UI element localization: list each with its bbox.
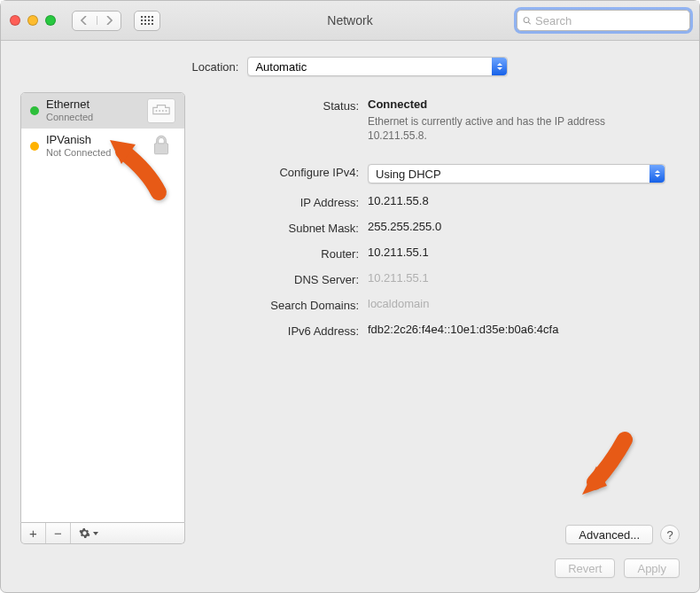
- subnet-mask-label: Subnet Mask:: [199, 220, 359, 235]
- status-description: Ethernet is currently active and has the…: [368, 114, 642, 143]
- search-domains-value: localdomain: [368, 297, 680, 310]
- popup-indicator-icon: [492, 58, 507, 75]
- revert-button[interactable]: Revert: [555, 558, 615, 578]
- body: Location: Automatic Ethernet Connected: [1, 41, 699, 592]
- help-button[interactable]: ?: [660, 525, 680, 544]
- ethernet-icon: [147, 98, 175, 123]
- location-value: Automatic: [255, 60, 307, 74]
- advanced-button[interactable]: Advanced...: [565, 525, 653, 544]
- lock-icon: [147, 134, 175, 159]
- columns: Ethernet Connected IPVanish Not Connecte…: [20, 92, 680, 544]
- dns-server-label: DNS Server:: [199, 271, 359, 286]
- svg-point-2: [162, 110, 164, 112]
- chevron-left-icon: [81, 16, 88, 25]
- router-label: Router:: [199, 246, 359, 261]
- configure-ipv4-label: Configure IPv4:: [199, 164, 359, 179]
- remove-service-button[interactable]: −: [46, 523, 71, 543]
- svg-point-0: [156, 110, 158, 112]
- status-dot-icon: [30, 106, 39, 115]
- configure-ipv4-value: Using DHCP: [376, 168, 441, 181]
- status-dot-icon: [30, 142, 39, 151]
- service-name: Ethernet: [46, 98, 140, 112]
- ipv6-address-value: fdb2:2c26:f4e4::10e1:d35e:b0a6:4cfa: [368, 323, 680, 336]
- router-value: 10.211.55.1: [368, 246, 680, 259]
- detail-pane: Status: Connected Ethernet is currently …: [199, 92, 680, 544]
- zoom-window-button[interactable]: [45, 15, 56, 26]
- search-icon: [523, 15, 532, 27]
- popup-indicator-icon: [649, 165, 665, 183]
- ipv6-address-label: IPv6 Address:: [199, 323, 359, 338]
- configure-ipv4-popup[interactable]: Using DHCP: [368, 164, 665, 183]
- ip-address-value: 10.211.55.8: [368, 194, 680, 207]
- location-label: Location:: [192, 60, 239, 74]
- nav-back-forward[interactable]: [72, 11, 121, 31]
- add-service-button[interactable]: +: [21, 523, 46, 543]
- titlebar: Network: [1, 1, 699, 41]
- service-item-ipvanish[interactable]: IPVanish Not Connected: [21, 129, 184, 164]
- close-window-button[interactable]: [10, 15, 20, 26]
- service-name: IPVanish: [46, 134, 140, 147]
- window-controls: [10, 15, 56, 26]
- gear-icon: [79, 527, 90, 539]
- service-status: Not Connected: [46, 147, 140, 159]
- status-value: Connected: [368, 98, 680, 111]
- location-row: Location: Automatic: [20, 57, 680, 76]
- back-button[interactable]: [73, 16, 97, 25]
- grid-icon: [141, 16, 153, 25]
- service-status: Connected: [46, 112, 140, 123]
- status-label: Status:: [199, 98, 359, 113]
- subnet-mask-value: 255.255.255.0: [368, 220, 680, 233]
- svg-point-3: [166, 110, 167, 112]
- svg-point-1: [159, 110, 160, 112]
- show-all-button[interactable]: [134, 11, 160, 31]
- service-list-buttons: + −: [20, 523, 185, 544]
- search-input[interactable]: [535, 14, 684, 27]
- network-preferences-window: Network Location: Automatic: [0, 0, 700, 593]
- search-field[interactable]: [517, 10, 690, 31]
- forward-button[interactable]: [97, 16, 121, 25]
- dns-server-value: 10.211.55.1: [368, 271, 680, 285]
- service-item-ethernet[interactable]: Ethernet Connected: [21, 93, 184, 129]
- minimize-window-button[interactable]: [27, 15, 38, 26]
- location-popup[interactable]: Automatic: [247, 57, 508, 76]
- window-title: Network: [327, 13, 372, 27]
- chevron-right-icon: [105, 16, 113, 25]
- action-menu-button[interactable]: [71, 523, 106, 543]
- service-list[interactable]: Ethernet Connected IPVanish Not Connecte…: [20, 92, 185, 523]
- apply-button[interactable]: Apply: [624, 558, 680, 578]
- search-domains-label: Search Domains:: [199, 297, 359, 312]
- ip-address-label: IP Address:: [199, 194, 359, 209]
- footer: Revert Apply: [20, 558, 680, 578]
- chevron-down-icon: [93, 532, 98, 535]
- service-sidebar: Ethernet Connected IPVanish Not Connecte…: [20, 92, 185, 544]
